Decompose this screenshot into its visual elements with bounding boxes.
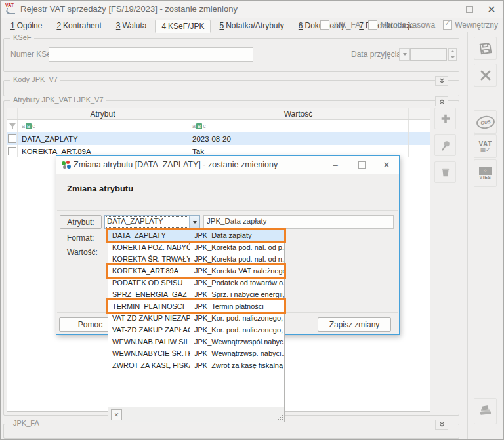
vat-check-button[interactable]: VAT ▦✓ <box>474 134 497 158</box>
dialog-close-button[interactable]: ✕ <box>378 158 395 172</box>
column-header-wartosc[interactable]: Wartość <box>188 108 409 119</box>
main-window: VAT Rejestr VAT sprzedaży [FS/19/2023] -… <box>0 0 504 440</box>
dropdown-item[interactable]: KOREKTA POZ. NABYĆJPK_Korekta pod. nal. … <box>108 241 284 253</box>
eu-flag-icon: ⁘ <box>479 167 492 175</box>
minimize-button[interactable]: – <box>438 2 453 16</box>
magnifier-icon <box>440 140 452 151</box>
dialog-separator <box>57 210 398 211</box>
vat-app-icon: VAT <box>5 3 17 15</box>
metoda-kasowa-checkbox <box>368 20 377 30</box>
dropdown-item[interactable]: TERMIN_PLATNOSCIJPK_Termin płatności <box>108 300 284 312</box>
cell-wartosc: 2023-08-20 <box>188 132 409 145</box>
edit-attribute-button[interactable] <box>434 134 456 156</box>
data-przyjecia-value <box>410 48 447 61</box>
dialog-maximize-button[interactable] <box>353 158 370 172</box>
table-header-row: Atrybut Wartość <box>7 108 430 120</box>
vies-button[interactable]: ⁘ VIES <box>474 159 497 187</box>
ledger-books-icon <box>478 403 494 419</box>
dropdown-item[interactable]: PODATEK OD SPISUJPK_Podatek od towarów o… <box>108 277 284 289</box>
gus-button[interactable]: GUS <box>474 110 497 134</box>
vies-label: VIES <box>480 175 492 180</box>
dropdown-item[interactable]: SPRZ_ENERGIA_GAZ_OOJPK_Sprz. i nabycie e… <box>108 289 284 300</box>
atrybut-combobox-value: DATA_ZAPLATY <box>105 216 189 228</box>
atrybuty-collapse-chevron-icon[interactable] <box>435 96 448 106</box>
table-row[interactable]: DATA_ZAPLATY 2023-08-20 <box>7 132 430 145</box>
dropdown-item[interactable]: KOREKTA_ART.89AJPK_Korekta VAT należnego… <box>108 265 284 277</box>
trash-icon <box>440 167 452 178</box>
gus-icon: GUS <box>475 115 495 130</box>
jpk-fa-group: JPK_FA <box>3 424 459 439</box>
jpk-fa-legend: JPK_FA <box>10 419 42 427</box>
delete-attribute-button[interactable] <box>434 161 456 183</box>
tab-notatka-atrybuty[interactable]: 5Notatka/Atrybuty <box>213 20 289 33</box>
tab-kontrahent[interactable]: 2Kontrahent <box>51 20 107 33</box>
close-button[interactable]: ✕ <box>484 2 499 16</box>
dialog-heading: Zmiana atrybutu <box>67 184 133 193</box>
jpk-fa-checkbox <box>320 20 329 30</box>
dropdown-item[interactable]: ZWROT ZA KASĘ FISKALJPK_Zwrot za kasę fi… <box>108 359 284 371</box>
filter-cell-atrybut[interactable]: aBc <box>18 120 188 132</box>
dialog-titlebar: Zmiana atrybutu [DATA_ZAPLATY] - zostani… <box>56 156 399 174</box>
atrybuty-legend: Atrybuty JPK_VAT i JPK_V7 <box>10 96 106 104</box>
header-flags: JPK_FA Metoda kasowa Wewnętrzny <box>320 20 498 30</box>
wartosc-label: Wartość: <box>67 248 98 257</box>
kody-jpk-v7-legend: Kody JPK_V7 <box>10 75 60 83</box>
text-filter-icon: aBc <box>192 123 206 129</box>
column-header-atrybut[interactable]: Atrybut <box>18 108 188 119</box>
dropdown-item[interactable]: KOREKTA ŚR. TRWAŁYCHJPK_Korekta pod. nal… <box>108 253 284 265</box>
row-checkbox[interactable] <box>8 134 16 143</box>
tab-ksef-jpk[interactable]: 4KSeF/JPK <box>155 20 211 33</box>
ledger-button[interactable] <box>474 398 497 424</box>
wewnetrzny-checkbox <box>443 20 452 30</box>
dialog-minimize-button[interactable]: – <box>327 158 344 172</box>
dropdown-footer: ✕ <box>108 407 284 422</box>
table-filter-row: aBc aBc <box>7 120 430 132</box>
dropdown-item[interactable]: VAT-ZD ZAKUP ZAPŁAC.JPK_Kor. pod. nalicz… <box>108 324 284 336</box>
attribute-dropdown-list: DATA_ZAPLATYJPK_Data zapłaty KOREKTA POZ… <box>108 229 285 422</box>
ksef-group: KSeF Numer KSeF Data przyjęcia <box>3 38 459 72</box>
atrybut-desc-field[interactable]: JPK_Data zapłaty <box>203 215 394 229</box>
numer-ksef-input[interactable] <box>49 47 253 62</box>
resize-grip[interactable] <box>278 415 283 420</box>
kody-expand-chevron-icon[interactable] <box>435 76 448 86</box>
cancel-button[interactable] <box>474 64 497 87</box>
flag-metoda-kasowa: Metoda kasowa <box>368 20 435 30</box>
data-przyjecia-label: Data przyjęcia <box>351 50 401 59</box>
plus-icon <box>440 113 452 125</box>
dropdown-item[interactable]: DATA_ZAPLATYJPK_Data zapłaty <box>108 230 284 241</box>
tab-ogolne[interactable]: 1Ogólne <box>5 20 48 33</box>
data-przyjecia-dropdown <box>399 48 410 61</box>
add-attribute-button[interactable] <box>434 108 456 129</box>
dropdown-item[interactable]: WEWN.NABYCIE ŚR.TRANJPK_Wewnątrzwsp. nab… <box>108 348 284 359</box>
combobox-arrow-icon[interactable] <box>189 216 200 228</box>
attribute-dialog-icon <box>62 161 70 169</box>
jpk-fa-expand-chevron-icon[interactable] <box>435 420 448 430</box>
filter-funnel-icon <box>9 123 16 129</box>
atrybut-combobox[interactable]: DATA_ZAPLATY <box>104 215 200 229</box>
ksef-legend: KSeF <box>10 33 34 41</box>
text-filter-icon: aBc <box>22 123 35 129</box>
window-titlebar: VAT Rejestr VAT sprzedaży [FS/19/2023] -… <box>1 1 503 18</box>
filter-cell-wartosc[interactable]: aBc <box>188 120 409 132</box>
flag-jpk-fa: JPK_FA <box>320 20 360 30</box>
window-title: Rejestr VAT sprzedaży [FS/19/2023] - zos… <box>20 4 238 14</box>
data-przyjecia-spinner <box>448 48 457 61</box>
dropdown-item[interactable]: VAT-ZD ZAKUP NIEZAPŁJPK_Kor. pod. nalicz… <box>108 312 284 324</box>
zapisz-zmiany-button[interactable]: Zapisz zmiany <box>318 317 391 332</box>
save-floppy-icon <box>477 40 494 56</box>
vat-check-icon: ▦✓ <box>480 146 490 153</box>
format-label: Format: <box>67 233 94 243</box>
kody-jpk-v7-group: Kody JPK_V7 <box>3 80 459 96</box>
clear-filter-button[interactable]: ✕ <box>111 409 122 420</box>
maximize-button[interactable] <box>461 2 477 16</box>
dialog-title: Zmiana atrybutu [DATA_ZAPLATY] - zostani… <box>74 160 278 169</box>
tab-waluta[interactable]: 3Waluta <box>110 20 153 33</box>
atrybut-label-button[interactable]: Atrybut: <box>60 215 102 229</box>
cancel-x-icon <box>480 70 492 81</box>
row-checkbox[interactable] <box>8 147 16 155</box>
dropdown-item[interactable]: WEWN.NAB.PALIW SILN.JPK_Wewnątrzwspól.na… <box>108 336 284 348</box>
right-panel-divider <box>467 32 468 439</box>
flag-wewnetrzny: Wewnętrzny <box>443 20 498 30</box>
cell-atrybut: DATA_ZAPLATY <box>18 132 188 145</box>
save-button[interactable] <box>474 37 497 60</box>
